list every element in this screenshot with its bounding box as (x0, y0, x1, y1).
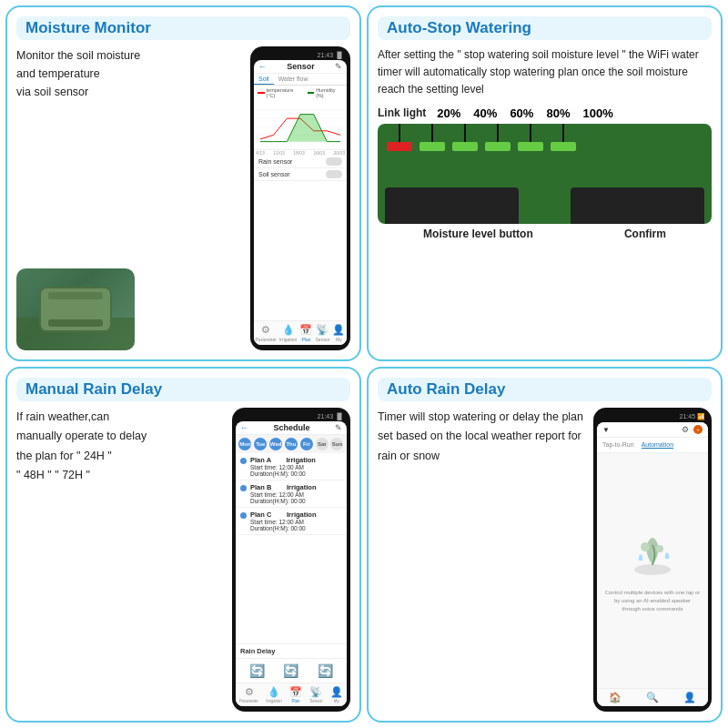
confirm-label: Confirm (624, 228, 666, 240)
phone-header: ← Sensor ✎ (254, 60, 347, 74)
nav-param-schedule[interactable]: ⚙Parameter (239, 686, 258, 703)
edit-icon-schedule[interactable]: ✎ (335, 423, 342, 432)
svg-point-7 (656, 545, 663, 552)
back-icon-schedule[interactable]: ← (240, 423, 248, 432)
link-light-label: Link light (378, 106, 426, 119)
nav-plan-schedule[interactable]: 📅Plan (289, 686, 302, 703)
nav-sensor[interactable]: 📡Sensor (316, 324, 330, 342)
profile-icon: 👤 (683, 692, 696, 703)
delay-48h-icon[interactable]: 🔄 (283, 663, 298, 678)
manual-text-area: If rain weather,can manually operate to … (16, 408, 227, 712)
black-block-2 (571, 187, 704, 224)
soil-sensor-row: Soil sensor (254, 168, 347, 181)
nav-profile-auto[interactable]: 👤 (683, 692, 696, 703)
autorain-description: Timer will stop watering or delay the pl… (378, 408, 588, 466)
green-indicator-5 (551, 124, 576, 151)
day-thu[interactable]: Thu (285, 438, 298, 450)
level-40: 40% (473, 106, 497, 120)
level-header-row: Link light 20% 40% 60% 80% 100% (378, 106, 712, 120)
moisture-monitor-panel: Moisture Monitor Monitor the soil moistu… (5, 5, 361, 361)
level-60: 60% (510, 106, 533, 120)
green-indicator-1 (420, 124, 445, 151)
moisture-description: Monitor the soil moisture and temperatur… (16, 46, 245, 258)
automation-header: ▼ ⚙ + (597, 422, 708, 438)
manual-rain-description: If rain weather,can manually operate to … (16, 408, 227, 712)
level-percentages: 20% 40% 60% 80% 100% (437, 106, 612, 120)
nav-home-auto[interactable]: 🏠 (609, 692, 622, 703)
day-mon[interactable]: Mon (238, 438, 251, 450)
moisture-sensor-visual (378, 124, 712, 224)
phone-tab-bar: Soil Water flow (254, 74, 347, 86)
legend-temperature: temperature (°C) (258, 87, 302, 98)
phone-status-bar: 21:43 ▐▌ (254, 52, 347, 58)
nav-search-auto[interactable]: 🔍 (646, 692, 659, 703)
day-sun[interactable]: Sun (330, 438, 343, 450)
tab-tap-to-run[interactable]: Tap-to-Run (602, 441, 634, 449)
nav-my[interactable]: 👤My (332, 324, 345, 342)
plan-c-dot (240, 512, 247, 519)
delay-72h-icon[interactable]: 🔄 (318, 663, 333, 678)
delay-24h-icon[interactable]: 🔄 (249, 663, 265, 678)
nav-my-schedule[interactable]: 👤My (330, 686, 343, 703)
rain-delay-label: Rain Delay (236, 643, 347, 658)
plan-a: Plan A Irrigation Start time: 12:00 AM D… (236, 453, 347, 480)
green-indicator-3 (485, 124, 511, 151)
tab-soil[interactable]: Soil (254, 74, 274, 85)
schedule-phone: 21:43 ▐▌ ← Schedule ✎ Mon Tue Wed Thu Fr… (232, 408, 350, 712)
automation-tab-bar: Tap-to-Run Automation (597, 438, 708, 453)
soil-sensor-toggle[interactable] (326, 170, 342, 178)
nav-sensor-schedule[interactable]: 📡Sensor (309, 686, 322, 703)
sensor-chart (254, 100, 347, 150)
day-tue[interactable]: Tue (254, 438, 267, 450)
plan-b: Plan B Irrigation Start time: 12:00 AM D… (236, 480, 347, 508)
plan-c: Plan C Irrigation Start time: 12:00 AM D… (236, 508, 347, 535)
day-sat[interactable]: Sat (316, 438, 329, 450)
autorain-title: Auto Rain Delay (378, 378, 712, 401)
sensor-device-shape (39, 287, 112, 332)
level-20: 20% (437, 106, 460, 120)
legend-humidity: Humidity (%) (308, 87, 343, 98)
day-fri[interactable]: Fri (300, 438, 313, 450)
header-action-icons: ⚙ + (682, 425, 703, 434)
humidity-legend-line (308, 92, 315, 94)
back-icon[interactable]: ← (258, 62, 267, 71)
settings-icon[interactable]: ⚙ (682, 425, 689, 434)
moisture-bottom-nav: ⚙Parameter 💧Irrigation 📅Plan 📡Sensor 👤My (254, 320, 347, 345)
manual-rain-panel: Manual Rain Delay If rain weather,can ma… (5, 367, 361, 723)
rain-sensor-toggle[interactable] (326, 157, 342, 166)
link-light-indicator (387, 124, 412, 151)
parameter-icon: ⚙ (261, 324, 270, 336)
automation-screen: ▼ ⚙ + Tap-to-Run Automation (597, 422, 708, 706)
plan-b-dot (240, 485, 247, 491)
nav-parameter[interactable]: ⚙Parameter (256, 324, 277, 342)
moisture-bottom-labels: Moisture level button Confirm (378, 228, 712, 240)
sensor-icon: 📡 (316, 324, 329, 336)
level-80: 80% (546, 106, 570, 120)
black-block-1 (385, 187, 519, 224)
dropdown-icon[interactable]: ▼ (602, 426, 610, 434)
add-badge[interactable]: + (693, 425, 703, 434)
edit-icon[interactable]: ✎ (335, 62, 342, 71)
autostop-title: Auto-Stop Watering (378, 16, 712, 40)
red-indicator (387, 142, 412, 151)
my-icon: 👤 (332, 324, 345, 336)
plan-a-dot (240, 458, 247, 464)
nav-irrig-schedule[interactable]: 💧Irrigation (266, 686, 282, 703)
day-wed[interactable]: Wed (269, 438, 282, 450)
chart-legend: temperature (°C) Humidity (%) (254, 86, 347, 100)
nav-plan[interactable]: 📅Plan (299, 324, 312, 342)
home-icon: 🏠 (609, 692, 622, 703)
moisture-phone: 21:43 ▐▌ ← Sensor ✎ Soil Water flow (250, 46, 350, 350)
temperature-legend-line (258, 92, 265, 94)
green-indicator-4 (518, 124, 543, 151)
autostop-panel: Auto-Stop Watering After setting the " s… (367, 5, 723, 361)
tab-waterflow[interactable]: Water flow (274, 74, 313, 85)
nav-irrigation[interactable]: 💧Irrigation (279, 324, 297, 342)
tab-automation[interactable]: Automation (642, 441, 673, 449)
svg-point-6 (641, 542, 650, 551)
autostop-description: After setting the " stop watering soil m… (378, 46, 712, 99)
rain-sensor-row: Rain sensor (254, 156, 347, 168)
autorain-panel: Auto Rain Delay Timer will stop watering… (367, 367, 723, 723)
autorain-body: Timer will stop watering or delay the pl… (378, 408, 712, 712)
link-indicator-line (399, 124, 400, 142)
